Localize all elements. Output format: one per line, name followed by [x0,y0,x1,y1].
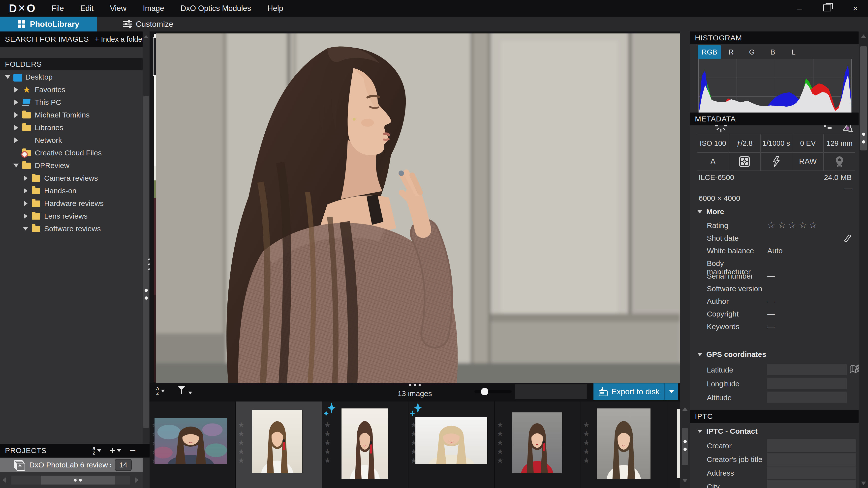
thumbnail-image-2[interactable] [252,410,302,473]
tab-photolibrary[interactable]: PhotoLibrary [0,17,97,31]
open-map-icon[interactable] [849,363,860,375]
expand-arrow-icon[interactable] [14,87,18,92]
iptc-input-city[interactable] [767,480,856,488]
histogram-tab-l[interactable]: L [783,45,804,59]
hscroll-thumb[interactable] [41,476,115,485]
metadata-header[interactable]: METADATA [690,112,859,125]
gps-input-altitude[interactable] [767,392,847,403]
main-photo[interactable] [156,33,680,383]
image-viewer[interactable] [150,31,680,383]
scroll-left-arrow[interactable] [2,477,6,483]
thumbnail-rating-stars[interactable]: ★★★★★ [583,421,590,464]
filmstrip-cell-6[interactable]: ★★★★★ [581,401,667,488]
filmstrip-cell-2-selected[interactable]: ★★★★★ [236,401,322,488]
index-a-folder-button[interactable]: + Index a folder [95,35,145,43]
histogram-tab-b[interactable]: B [762,45,783,59]
histogram-header[interactable]: HISTOGRAM [690,31,859,44]
export-to-disk-button[interactable]: Export to disk [593,383,678,400]
sidebar-item-favorites[interactable]: ★Favorites [0,83,143,96]
export-dropdown-arrow[interactable] [664,383,678,400]
sidebar-item-michael-tomkins[interactable]: Michael Tomkins [0,108,143,121]
sidebar-item-lens-reviews[interactable]: Lens reviews [0,210,143,222]
filmstrip-filter-button[interactable] [177,385,192,395]
gps-input-longitude[interactable] [767,378,847,389]
menu-item-image[interactable]: Image [143,4,164,13]
expand-arrow-icon[interactable] [24,188,28,194]
filmstrip-scroll-down[interactable] [682,479,687,483]
projects-horizontal-scrollbar[interactable] [0,475,150,487]
thumbnail-image-3[interactable] [341,409,388,479]
menu-item-file[interactable]: File [52,4,64,13]
filmstrip-splitter-handle[interactable] [409,384,421,386]
folders-header[interactable]: FOLDERS [0,58,150,70]
sidebar-scrollbar-thumb[interactable] [143,96,149,428]
sidebar-item-software-reviews[interactable]: Software reviews [0,222,143,235]
histogram-tab-g[interactable]: G [742,45,762,59]
thumbnail-rating-stars[interactable]: ★★★★★ [238,421,245,464]
edit-pencil-icon[interactable] [842,234,852,243]
expand-arrow-icon[interactable] [14,137,18,143]
sidebar-item-desktop[interactable]: Desktop [0,71,143,83]
filmstrip-cell-1[interactable]: ★★★★★ [150,401,235,488]
collapse-arrow-icon[interactable] [23,227,28,230]
thumbnail-image-4[interactable] [415,417,487,464]
menu-item-dxo-optics-modules[interactable]: DxO Optics Modules [181,4,251,13]
sidebar-item-network[interactable]: Network [0,134,143,147]
sidebar-item-this-pc[interactable]: This PC [0,96,143,108]
sidebar-item-libraries[interactable]: Libraries [0,121,143,134]
filmstrip-scroll-thumb[interactable] [682,428,688,465]
filmstrip-divider[interactable] [680,31,690,488]
restore-button[interactable] [824,4,831,12]
close-button[interactable]: × [850,3,861,13]
thumbnail-image-1[interactable] [155,418,227,464]
remove-project-button[interactable]: − [129,447,136,454]
histogram-tab-r[interactable]: R [721,45,742,59]
filmstrip-sort-button[interactable]: az [156,386,165,395]
thumbnail-rating-stars[interactable]: ★★★★★ [324,421,331,464]
gps-input-latitude[interactable] [767,364,847,375]
expand-arrow-icon[interactable] [24,214,28,219]
projects-header[interactable]: PROJECTS az + − [0,444,150,457]
histogram-tab-rgb[interactable]: RGB [698,45,721,59]
sidebar-item-creative-cloud-files[interactable]: Creative Cloud Files [0,147,143,159]
thumbnail-rating-stars[interactable]: ★★★★★ [497,421,503,464]
iptc-input-address[interactable] [767,466,856,479]
iptc-input-creator-s-job-title[interactable] [767,453,856,466]
add-project-button[interactable]: + [110,447,121,454]
thumbnail-image-6[interactable] [597,409,651,479]
menu-item-help[interactable]: Help [267,4,283,13]
sidebar-item-hardware-reviews[interactable]: Hardware reviews [0,197,143,210]
thumbnail-size-slider[interactable] [474,390,512,393]
minimize-button[interactable]: – [794,3,805,13]
more-group-header[interactable]: More [698,207,724,216]
right-panel-scrollbar-thumb[interactable] [860,46,867,151]
sidebar-item-hands-on[interactable]: Hands-on [0,185,143,197]
filmstrip-scroll-up[interactable] [682,407,687,411]
scroll-right-arrow[interactable] [135,477,138,483]
filmstrip-cell-4[interactable]: ★★★★★ [408,401,494,488]
iptc-input-creator[interactable] [767,439,856,452]
filmstrip-field[interactable] [515,384,587,399]
expand-arrow-icon[interactable] [24,201,28,206]
right-panel-scrollbar[interactable] [859,31,868,488]
expand-arrow-icon[interactable] [24,175,28,181]
projects-sort-button[interactable]: az [93,446,101,455]
search-for-images-header[interactable]: SEARCH FOR IMAGES + Index a folder [0,31,150,47]
filmstrip-cell-3[interactable]: ★★★★★ [322,401,408,488]
sidebar-item-dpreview[interactable]: DPReview [0,159,143,172]
expand-arrow-icon[interactable] [14,100,18,105]
menu-item-edit[interactable]: Edit [80,4,93,13]
tab-customize[interactable]: Customize [116,17,181,31]
expand-arrow-icon[interactable] [14,125,18,130]
rating-stars[interactable]: ☆☆☆☆☆ [767,220,819,230]
project-row[interactable]: DxO PhotoLab 6 review sample 14 [0,458,143,472]
collapse-arrow-icon[interactable] [5,75,10,79]
collapse-arrow-icon[interactable] [13,164,19,167]
expand-arrow-icon[interactable] [14,112,18,118]
menu-item-view[interactable]: View [110,4,126,13]
gps-group-header[interactable]: GPS coordinates [698,350,766,359]
thumbnail-image-5[interactable] [512,413,562,473]
slider-knob[interactable] [481,388,488,395]
iptc-header[interactable]: IPTC [690,410,859,423]
filmstrip-cell-5[interactable]: ★★★★★ [495,401,581,488]
